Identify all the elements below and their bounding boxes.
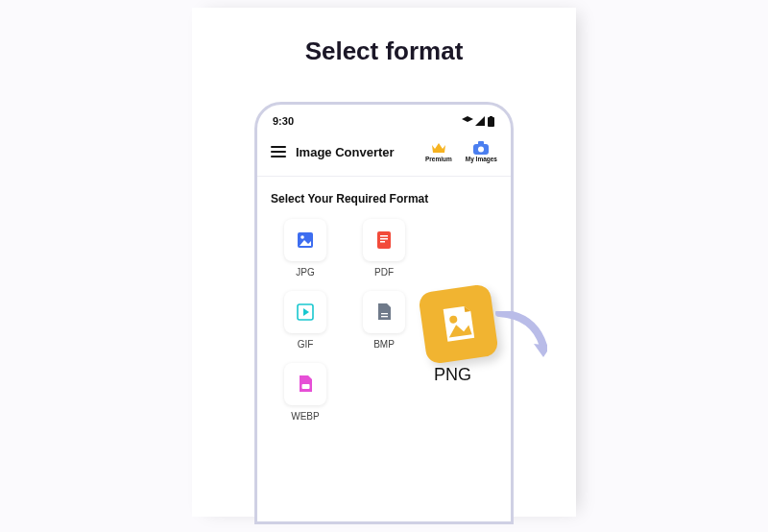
svg-point-5 <box>478 147 484 153</box>
format-bmp[interactable]: BMP <box>353 291 415 350</box>
svg-marker-20 <box>534 344 547 357</box>
svg-rect-14 <box>381 313 388 314</box>
status-bar: 9:30 <box>267 110 501 130</box>
crown-icon <box>431 141 446 155</box>
battery-icon <box>487 116 495 127</box>
status-icons <box>462 116 495 127</box>
file-icon <box>377 303 392 321</box>
format-jpg[interactable]: JPG <box>275 219 336 278</box>
arrow-icon <box>495 311 547 363</box>
my-images-button[interactable]: My Images <box>466 141 497 162</box>
signal-icon <box>475 116 485 126</box>
document-icon <box>376 231 392 249</box>
format-png-label: PNG <box>434 365 471 385</box>
app-top-bar: Image Converter Premium My Images <box>267 130 501 176</box>
svg-rect-9 <box>380 235 388 237</box>
my-images-label: My Images <box>466 156 497 162</box>
wifi-icon <box>462 116 473 126</box>
section-title: Select Your Required Format <box>267 177 501 219</box>
svg-rect-15 <box>381 316 388 317</box>
image-icon <box>297 231 314 249</box>
svg-rect-18 <box>301 384 309 389</box>
play-icon <box>297 303 314 321</box>
format-pdf[interactable]: PDF <box>353 219 415 278</box>
format-label: GIF <box>298 339 314 350</box>
format-label: JPG <box>296 267 314 278</box>
svg-rect-2 <box>490 116 492 118</box>
headline: Select format <box>305 36 464 66</box>
svg-rect-10 <box>380 238 388 240</box>
image-icon <box>437 302 480 346</box>
svg-rect-1 <box>488 117 494 127</box>
svg-point-7 <box>300 235 304 239</box>
format-webp[interactable]: WEBP <box>275 363 336 422</box>
camera-icon <box>473 141 489 155</box>
format-png[interactable] <box>418 283 499 365</box>
format-label: WEBP <box>291 411 319 422</box>
premium-label: Premium <box>425 156 452 162</box>
format-label: PDF <box>374 267 394 278</box>
svg-rect-4 <box>478 141 484 145</box>
svg-rect-11 <box>380 241 385 243</box>
file-icon <box>299 375 313 393</box>
menu-button[interactable] <box>271 146 286 157</box>
svg-marker-13 <box>303 308 309 316</box>
app-title: Image Converter <box>296 145 425 159</box>
svg-rect-8 <box>377 231 391 249</box>
svg-marker-0 <box>475 116 485 126</box>
promo-card: Select format 9:30 Image Converter Premi… <box>192 8 576 517</box>
format-label: BMP <box>373 339 395 350</box>
status-time: 9:30 <box>273 115 294 127</box>
format-gif[interactable]: GIF <box>275 291 336 350</box>
premium-button[interactable]: Premium <box>425 141 452 162</box>
